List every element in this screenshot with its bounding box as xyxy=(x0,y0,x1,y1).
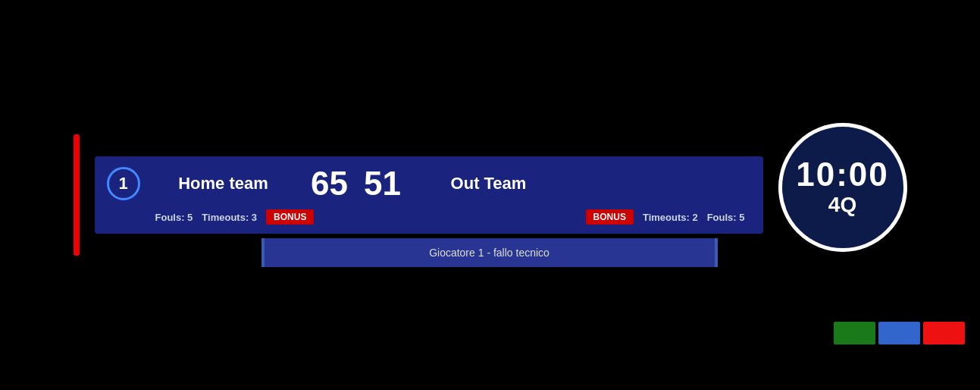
scores-container: 65 51 xyxy=(307,167,405,200)
home-fouls: Fouls: 5 xyxy=(155,212,193,223)
red-accent-bar xyxy=(74,134,80,256)
home-team-name: Home team xyxy=(155,174,292,193)
main-panel: 1 Home team 65 51 Out Team Fouls: 5 Time… xyxy=(95,156,763,234)
home-timeouts: Timeouts: 3 xyxy=(202,212,257,223)
away-score: 51 xyxy=(360,167,405,200)
swatch-green xyxy=(834,322,875,344)
away-timeouts: Timeouts: 2 xyxy=(643,212,698,223)
swatch-blue xyxy=(878,322,920,344)
away-stats: BONUS Timeouts: 2 Fouls: 5 xyxy=(518,209,745,225)
home-score: 65 xyxy=(307,167,352,200)
announcement-bar: Giocatore 1 - fallo tecnico xyxy=(261,238,718,267)
away-fouls: Fouls: 5 xyxy=(707,212,745,223)
clock-time: 10:00 xyxy=(796,158,889,191)
clock-quarter: 4Q xyxy=(828,193,856,217)
home-stats: Fouls: 5 Timeouts: 3 BONUS xyxy=(155,209,383,225)
clock-circle: 10:00 4Q xyxy=(778,123,907,252)
scoreboard-wrapper: 1 Home team 65 51 Out Team Fouls: 5 Time… xyxy=(74,131,907,259)
swatch-red xyxy=(923,322,965,344)
period-badge: 1 xyxy=(107,167,140,200)
color-swatches xyxy=(834,322,965,344)
announcement-text: Giocatore 1 - fallo tecnico xyxy=(429,247,549,259)
period-number: 1 xyxy=(118,174,127,193)
away-bonus-badge: BONUS xyxy=(586,209,634,225)
score-row: 1 Home team 65 51 Out Team xyxy=(95,156,763,206)
home-bonus-badge: BONUS xyxy=(266,209,314,225)
stats-row: Fouls: 5 Timeouts: 3 BONUS BONUS Timeout… xyxy=(95,206,763,234)
away-team-name: Out Team xyxy=(421,174,557,193)
